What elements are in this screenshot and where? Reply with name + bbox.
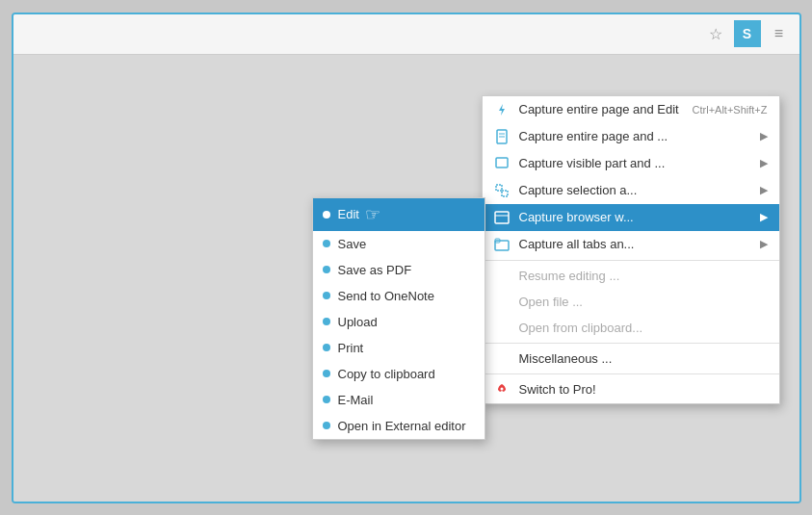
rocket-icon [494, 382, 513, 398]
arrow-icon-3: ▶ [760, 184, 768, 196]
bullet-save-pdf [323, 266, 330, 273]
menu-icon[interactable]: ≡ [767, 21, 792, 46]
visible-icon [494, 156, 513, 171]
arrow-icon-2: ▶ [760, 157, 768, 169]
menu-item-capture-all-tabs[interactable]: Capture all tabs an... ▶ [483, 231, 779, 258]
submenu-item-onenote[interactable]: Send to OneNote [313, 283, 485, 309]
divider-3 [483, 373, 779, 374]
svg-point-10 [500, 387, 503, 390]
submenu-item-external-editor[interactable]: Open in External editor [313, 413, 485, 439]
submenu-item-save-pdf[interactable]: Save as PDF [313, 257, 485, 283]
arrow-icon-5: ▶ [760, 238, 768, 250]
bullet-print [323, 344, 330, 351]
main-menu: Capture entire page and Edit Ctrl+Alt+Sh… [482, 95, 780, 404]
browser-toolbar: ☆ S ≡ [13, 14, 799, 55]
submenu: Edit ☞ Save Save as PDF Send to OneNote … [312, 197, 485, 440]
bullet-upload [323, 318, 330, 325]
menu-item-miscellaneous[interactable]: Miscellaneous ... [483, 346, 779, 372]
lightning-icon [494, 102, 513, 117]
menu-item-capture-browser[interactable]: Capture browser w... ▶ [483, 204, 779, 231]
divider-1 [483, 260, 779, 261]
arrow-icon: ▶ [760, 130, 768, 142]
bullet-external [323, 422, 330, 429]
star-icon[interactable]: ☆ [703, 21, 728, 46]
bullet-save [323, 240, 330, 247]
snagit-icon[interactable]: S [734, 20, 761, 47]
bullet-onenote [323, 292, 330, 299]
bullet-edit [323, 211, 330, 219]
submenu-item-save[interactable]: Save [313, 231, 485, 257]
menu-item-open-clipboard[interactable]: Open from clipboard... [483, 315, 779, 341]
tabs-icon [494, 237, 513, 252]
browser-content: As easy as one click! Capture entire pag… [13, 55, 799, 502]
arrow-icon-4: ▶ [760, 211, 768, 223]
bullet-copy [323, 370, 330, 377]
cursor-icon: ☞ [365, 204, 380, 225]
submenu-item-copy-clipboard[interactable]: Copy to clipboard [313, 361, 485, 387]
menu-item-resume-editing[interactable]: Resume editing ... [483, 263, 779, 289]
selection-icon [494, 183, 513, 198]
svg-rect-5 [502, 191, 508, 196]
browser-window: ☆ S ≡ As easy as one click! Capture enti… [12, 13, 801, 503]
menu-item-open-file[interactable]: Open file ... [483, 289, 779, 315]
page-icon [494, 129, 513, 144]
submenu-item-print[interactable]: Print [313, 335, 485, 361]
browser-icon [494, 210, 513, 225]
menu-item-capture-selection[interactable]: Capture selection a... ▶ [483, 177, 779, 204]
menu-item-switch-pro[interactable]: Switch to Pro! [483, 376, 779, 403]
bullet-email [323, 396, 330, 403]
divider-2 [483, 343, 779, 344]
submenu-item-upload[interactable]: Upload [313, 309, 485, 335]
svg-rect-4 [496, 185, 502, 191]
submenu-item-email[interactable]: E-Mail [313, 387, 485, 413]
menu-item-capture-visible[interactable]: Capture visible part and ... ▶ [483, 150, 779, 177]
submenu-item-edit[interactable]: Edit ☞ [313, 198, 485, 231]
svg-rect-6 [495, 212, 509, 223]
menu-item-capture-entire[interactable]: Capture entire page and ... ▶ [483, 123, 779, 150]
svg-rect-3 [496, 158, 508, 167]
menu-item-capture-entire-edit[interactable]: Capture entire page and Edit Ctrl+Alt+Sh… [483, 96, 779, 123]
